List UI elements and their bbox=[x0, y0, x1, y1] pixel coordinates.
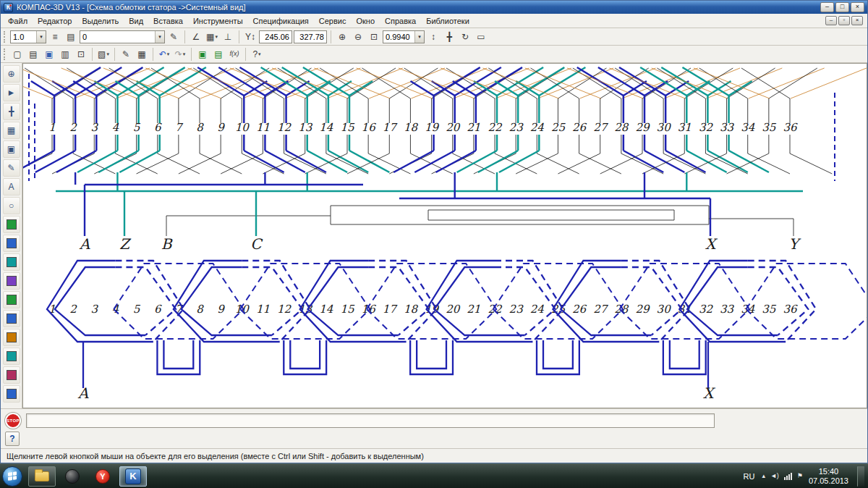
reports-panel-icon[interactable] bbox=[3, 366, 20, 384]
current-layer-combo[interactable]: 0▾ bbox=[80, 30, 165, 43]
library-manager-icon[interactable]: ▣ bbox=[195, 47, 210, 62]
grid-icon[interactable]: ▦▾ bbox=[205, 30, 219, 44]
language-indicator[interactable]: RU bbox=[742, 472, 757, 481]
ortho-mode-icon[interactable]: ⊥ bbox=[221, 30, 235, 44]
diagram-segment[interactable] bbox=[558, 68, 606, 98]
diagram-segment[interactable] bbox=[158, 153, 200, 174]
dropdown-arrow-icon[interactable]: ▾ bbox=[215, 34, 218, 40]
zoom-spinner-icon[interactable]: ↕ bbox=[426, 30, 441, 44]
phase-bus[interactable] bbox=[331, 206, 709, 224]
designations-panel-icon[interactable] bbox=[3, 253, 20, 271]
mdi-restore-button[interactable]: ▫ bbox=[838, 16, 850, 25]
diagram-segment[interactable] bbox=[537, 153, 579, 174]
diagram-segment[interactable] bbox=[495, 81, 518, 96]
diagram-segment[interactable] bbox=[94, 81, 117, 96]
print-icon[interactable]: ▥ bbox=[58, 47, 72, 62]
coil-outline-dashed[interactable] bbox=[621, 267, 682, 335]
menu-item[interactable]: Спецификация bbox=[248, 14, 314, 28]
diagram-segment[interactable] bbox=[474, 81, 497, 96]
circle-tool-icon[interactable]: ○ bbox=[3, 197, 20, 214]
diagram-segment[interactable] bbox=[137, 81, 160, 96]
menu-item[interactable]: Окно bbox=[351, 14, 380, 28]
zoom-tool-icon[interactable]: ⊕ bbox=[3, 65, 20, 83]
coil-outline-dashed[interactable] bbox=[746, 264, 867, 339]
diagram-segment[interactable] bbox=[411, 81, 434, 96]
diagram-segment[interactable] bbox=[303, 67, 349, 96]
coil-outline[interactable] bbox=[55, 267, 145, 335]
menu-item[interactable]: Вставка bbox=[148, 14, 188, 28]
kompas-taskbar-button[interactable]: K bbox=[119, 466, 147, 487]
diagram-segment[interactable] bbox=[414, 151, 454, 172]
diagram-segment[interactable] bbox=[432, 81, 455, 96]
save-document-icon[interactable]: ▣ bbox=[42, 47, 56, 62]
coil-outline[interactable] bbox=[679, 261, 786, 342]
diagram-segment[interactable] bbox=[516, 153, 558, 174]
show-desktop-button[interactable] bbox=[857, 466, 864, 487]
winding-diagram[interactable]: 1122334455667788991010111112121313141415… bbox=[23, 64, 867, 408]
text-tool-icon[interactable]: А bbox=[3, 178, 20, 195]
diagram-segment[interactable] bbox=[193, 68, 242, 98]
diagram-segment[interactable] bbox=[35, 151, 75, 172]
diagram-segment[interactable] bbox=[727, 68, 775, 98]
diagram-segment[interactable] bbox=[179, 68, 227, 98]
diagram-segment[interactable] bbox=[640, 67, 686, 96]
dropdown-arrow-icon[interactable]: ▾ bbox=[258, 51, 261, 57]
coord-x-field[interactable]: 245.06 bbox=[259, 30, 292, 43]
coil-outline-dashed[interactable] bbox=[242, 267, 302, 335]
layer-settings-icon[interactable]: ✎ bbox=[166, 30, 181, 44]
zoom-in-icon[interactable]: ⊕ bbox=[335, 30, 349, 44]
message-field[interactable] bbox=[26, 413, 715, 428]
diagram-segment[interactable] bbox=[31, 81, 54, 96]
menu-item[interactable]: Выделить bbox=[77, 14, 124, 28]
diagram-segment[interactable] bbox=[116, 81, 139, 96]
coil-connector[interactable] bbox=[670, 340, 699, 369]
angle-snap-icon[interactable]: ∠ bbox=[189, 30, 203, 44]
pan-icon[interactable]: ╋ bbox=[442, 30, 456, 44]
dropdown-arrow-icon[interactable]: ▾ bbox=[155, 31, 164, 43]
coil-outline[interactable] bbox=[553, 261, 659, 342]
diagram-segment[interactable] bbox=[791, 68, 867, 98]
diagram-segment[interactable] bbox=[558, 153, 600, 174]
diagram-segment[interactable] bbox=[286, 151, 326, 172]
diagram-segment[interactable] bbox=[453, 81, 476, 96]
toolbar-grip[interactable] bbox=[4, 31, 6, 43]
minimize-button[interactable]: – bbox=[820, 2, 834, 12]
diagram-segment[interactable] bbox=[665, 151, 705, 172]
open-document-icon[interactable]: ▤ bbox=[26, 47, 41, 62]
diagram-segment[interactable] bbox=[218, 67, 265, 96]
diagram-segment[interactable] bbox=[404, 68, 453, 98]
close-button[interactable]: × bbox=[851, 2, 864, 12]
browser-taskbar-button[interactable] bbox=[59, 466, 86, 487]
menu-item[interactable]: Файл bbox=[3, 14, 33, 28]
coil-outline-dashed[interactable] bbox=[495, 267, 556, 335]
coil-outline-dashed[interactable] bbox=[368, 267, 429, 335]
coil-outline[interactable] bbox=[427, 261, 533, 342]
dropdown-arrow-icon[interactable]: ▾ bbox=[36, 31, 46, 43]
start-button[interactable] bbox=[2, 466, 22, 487]
diagram-segment[interactable] bbox=[598, 67, 644, 96]
coil-outline[interactable] bbox=[47, 261, 153, 342]
variables-icon[interactable]: f(x) bbox=[227, 47, 242, 62]
diagram-segment[interactable] bbox=[749, 68, 825, 98]
diagram-segment[interactable] bbox=[25, 68, 73, 98]
measure-panel-icon[interactable] bbox=[3, 310, 20, 327]
copy-properties-icon[interactable]: ✎ bbox=[119, 47, 133, 62]
select-tool-icon[interactable]: ► bbox=[3, 84, 20, 101]
grid-tool-icon[interactable]: ▦ bbox=[3, 122, 20, 139]
insert-panel-icon[interactable] bbox=[3, 385, 20, 403]
coil-outline-dashed[interactable] bbox=[748, 267, 809, 335]
diagram-segment[interactable] bbox=[516, 81, 539, 96]
zoom-out-icon[interactable]: ⊖ bbox=[351, 30, 365, 44]
diagram-segment[interactable] bbox=[179, 153, 221, 174]
diagram-segment[interactable] bbox=[682, 67, 728, 96]
mdi-minimize-button[interactable]: – bbox=[825, 16, 837, 25]
diagram-segment[interactable] bbox=[261, 67, 307, 96]
stop-icon[interactable]: STOP bbox=[5, 413, 21, 429]
diagram-segment[interactable] bbox=[790, 153, 832, 174]
network-icon[interactable] bbox=[784, 472, 792, 480]
cursor-step-combo[interactable]: 1.0▾ bbox=[10, 30, 46, 43]
diagram-segment[interactable] bbox=[221, 153, 263, 174]
diagram-segment[interactable] bbox=[244, 151, 284, 172]
selection-panel-icon[interactable] bbox=[3, 329, 20, 346]
diagram-segment[interactable] bbox=[499, 151, 539, 172]
